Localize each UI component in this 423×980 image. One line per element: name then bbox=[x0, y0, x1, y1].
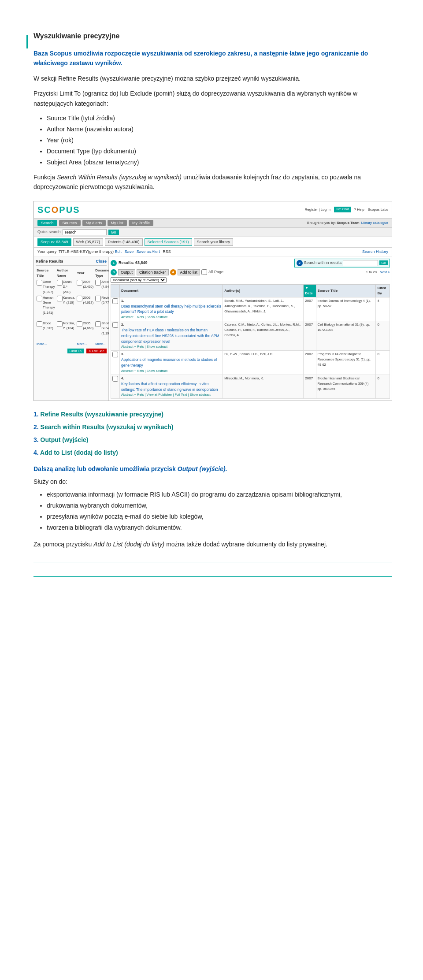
check-2005[interactable] bbox=[77, 321, 82, 327]
badge-2: 2 bbox=[297, 260, 303, 266]
bullet-export: eksportowania informacji (w formacie RIS… bbox=[47, 490, 392, 499]
search-within-go[interactable]: Go bbox=[379, 260, 388, 265]
scopus-topright: Register | Log In Live Chat ? Help Scopu… bbox=[304, 207, 388, 212]
row1-title[interactable]: Does mesenchymal stem cell therapy help … bbox=[121, 304, 221, 315]
tab-selected-sources[interactable]: Selected Sources (191) bbox=[145, 238, 192, 246]
save-alert-link[interactable]: Save as Alert bbox=[137, 249, 160, 254]
row3-cited: 0 bbox=[377, 352, 379, 356]
scopus-header: SCOPUS Register | Log In Live Chat ? Hel… bbox=[34, 201, 392, 219]
check-gene-therapy[interactable] bbox=[37, 280, 42, 286]
tab-search-library[interactable]: Search your library bbox=[194, 238, 234, 246]
refine-panel: Refine Results Close Source Title Author… bbox=[34, 257, 109, 401]
row4-authors: Miropolis, M., Morimero, K. bbox=[224, 376, 264, 380]
row3-check[interactable] bbox=[112, 352, 118, 357]
check-blood[interactable] bbox=[37, 321, 42, 327]
tab-scopus[interactable]: Scopus: 63,849 bbox=[37, 238, 71, 246]
nav-my-alerts[interactable]: My Alerts bbox=[82, 220, 106, 226]
search-within-input[interactable] bbox=[343, 260, 378, 266]
citation-tracker-button[interactable]: Citation tracker bbox=[137, 269, 169, 275]
th-source: Source Title bbox=[316, 284, 376, 297]
row4-cited: 0 bbox=[377, 376, 379, 380]
th-checkbox bbox=[111, 284, 120, 297]
more-source[interactable]: More... bbox=[36, 341, 56, 347]
exclude-button[interactable]: X Exclude bbox=[86, 349, 107, 353]
row2-check[interactable] bbox=[112, 322, 118, 328]
nav-my-profile[interactable]: My Profile bbox=[129, 220, 153, 226]
query-row: Your query: TITLE-ABS-KEY(gene therapy) … bbox=[34, 248, 392, 257]
all-checkbox[interactable] bbox=[201, 269, 207, 275]
intro-para1: Baza Scopus umożliwia rozpoczęcie wyszuk… bbox=[33, 48, 392, 68]
scopus-logo: SCOPUS bbox=[37, 203, 80, 216]
scopus-screenshot: SCOPUS Register | Log In Live Chat ? Hel… bbox=[33, 201, 392, 401]
table-row: 4. Key factors that affect sonoporation … bbox=[111, 375, 390, 399]
check-morpha[interactable] bbox=[57, 321, 63, 327]
badge-4: 4 bbox=[170, 269, 176, 275]
nav-my-list[interactable]: My List bbox=[108, 220, 127, 226]
edit-link[interactable]: Edit bbox=[115, 249, 122, 254]
save-link[interactable]: Save bbox=[125, 249, 134, 254]
search-history-link[interactable]: Search History bbox=[362, 249, 388, 255]
bottom-divider-2 bbox=[33, 576, 392, 577]
check-reviews[interactable] bbox=[95, 296, 101, 301]
quick-search-label: Quick search bbox=[37, 229, 61, 235]
limit-to-button[interactable]: Limit To bbox=[67, 349, 84, 353]
row2-cited: 0 bbox=[377, 323, 379, 327]
bullet-author-name: Author Name (nazwisko autora) bbox=[47, 125, 392, 134]
search-input[interactable] bbox=[63, 229, 107, 235]
sort-select[interactable]: Document (sort by relevance) bbox=[111, 277, 167, 283]
more-year[interactable]: More... bbox=[76, 341, 94, 347]
pagination: 1 to 20 Next > bbox=[225, 270, 390, 275]
row2-source: Cell Biology International 31 (9), pp. 1… bbox=[318, 323, 370, 332]
row1-check[interactable] bbox=[112, 298, 118, 304]
row2-date: 2007 bbox=[305, 323, 313, 327]
tab-web[interactable]: Web (95,877) bbox=[73, 238, 103, 246]
col-author-name: Author Name bbox=[56, 267, 76, 279]
page-label: Page bbox=[214, 269, 223, 275]
output-button[interactable]: Output bbox=[118, 269, 135, 275]
item1-num: 1. bbox=[33, 411, 41, 418]
add-to-list-para: Za pomocą przycisku Add to List (dodaj d… bbox=[33, 539, 392, 549]
check-kaneda[interactable] bbox=[57, 296, 63, 301]
row3-title[interactable]: Applications of magnetic resonance metho… bbox=[121, 357, 221, 368]
item3-label: Output (wyjście) bbox=[41, 436, 89, 443]
check-short-survey[interactable] bbox=[95, 321, 101, 327]
badge-3: 3 bbox=[111, 269, 117, 275]
top-accent-bar bbox=[26, 35, 28, 48]
nav-sources[interactable]: Sources bbox=[59, 220, 81, 226]
row4-links: Abstract + Refs | View at Publisher | Fu… bbox=[121, 393, 211, 397]
output-bullets: eksportowania informacji (w formacie RIS… bbox=[47, 490, 392, 532]
add-to-list-button[interactable]: Add to list bbox=[178, 269, 200, 275]
check-articles[interactable] bbox=[95, 280, 101, 286]
th-cited: Cited By bbox=[376, 284, 390, 297]
bottom-divider-1 bbox=[33, 563, 392, 563]
row3-num: 3. bbox=[121, 352, 124, 356]
item2-num: 2. bbox=[33, 423, 41, 431]
check-2006[interactable] bbox=[77, 296, 82, 301]
quick-search-row: Quick search Go bbox=[34, 228, 392, 237]
tab-patents[interactable]: Patents (148,490) bbox=[105, 238, 143, 246]
nav-search[interactable]: Search bbox=[37, 220, 57, 226]
row2-title[interactable]: The low rate of HLA class I molecules on… bbox=[121, 327, 221, 344]
row4-date: 2007 bbox=[305, 376, 313, 380]
check-2007[interactable] bbox=[77, 280, 82, 286]
row3-source: Progress in Nuclear Magnetic Resonance S… bbox=[318, 352, 371, 367]
bullet-bibliography: tworzenia bibliografii dla wybranych dok… bbox=[47, 523, 392, 532]
row4-title[interactable]: Key factors that affect sonoporation eff… bbox=[121, 381, 221, 393]
intro-para2: W sekcji Refine Results (wyszukiwanie pr… bbox=[33, 74, 392, 83]
row3-authors: Fu, P.-W., Farkas, H.G., Bell, J.D. bbox=[224, 352, 273, 356]
check-human-gene[interactable] bbox=[37, 296, 42, 301]
rss-badge: RSS bbox=[163, 249, 171, 254]
row4-check[interactable] bbox=[112, 376, 118, 382]
close-link[interactable]: Close bbox=[96, 259, 107, 265]
scopus-tabs: Scopus: 63,849 Web (95,877) Patents (148… bbox=[34, 237, 392, 248]
scopus-nav: Search Sources My Alerts My List My Prof… bbox=[34, 219, 392, 228]
check-cunel[interactable] bbox=[57, 280, 63, 286]
page-wrapper: Wyszukiwanie precyzyjne Baza Scopus umoż… bbox=[18, 18, 405, 590]
results-count: Results: 63,849 bbox=[119, 260, 148, 266]
output-section: Dalszą analizę lub odwołanie umożliwia p… bbox=[33, 464, 392, 532]
go-button[interactable]: Go bbox=[108, 230, 119, 235]
output-title-prefix: Dalszą analizę lub odwołanie umożliwia p… bbox=[33, 465, 178, 472]
next-link[interactable]: Next > bbox=[380, 270, 390, 274]
item-2: 2. Search within Results (wyszukaj w wyn… bbox=[33, 423, 392, 432]
scopus-body: Refine Results Close Source Title Author… bbox=[34, 257, 392, 401]
